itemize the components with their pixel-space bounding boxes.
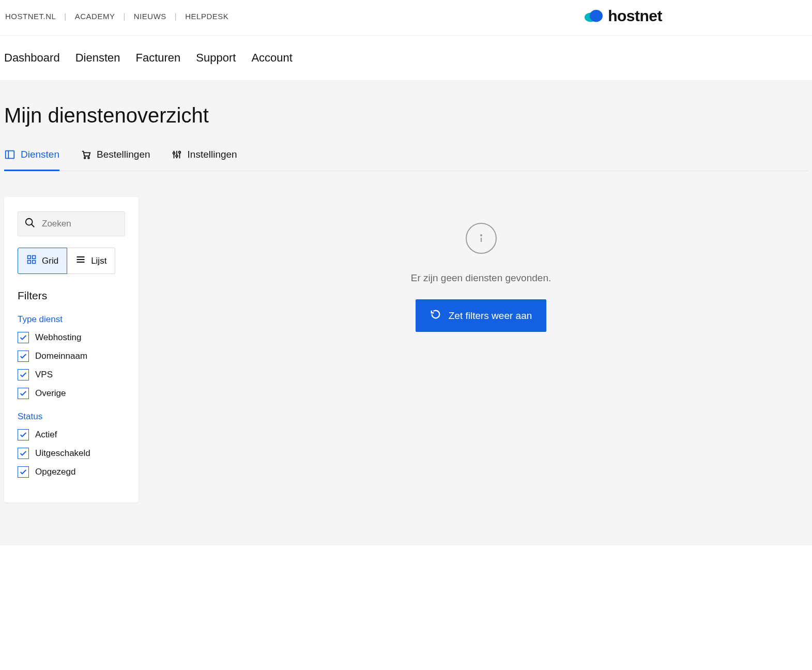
top-link-hostnet[interactable]: HOSTNET.NL (5, 12, 56, 21)
top-link-helpdesk[interactable]: HELPDESK (185, 12, 228, 21)
list-icon (75, 254, 86, 267)
checkbox-checked-icon[interactable] (18, 369, 29, 380)
cart-icon (80, 149, 91, 160)
svg-line-13 (32, 224, 35, 227)
tab-label: Instellingen (188, 149, 237, 160)
filter-actief[interactable]: Actief (18, 429, 125, 440)
filters-heading: Filters (18, 290, 125, 302)
svg-point-1 (590, 10, 603, 22)
reset-filters-label: Zet filters weer aan (449, 310, 532, 322)
top-utility-bar: HOSTNET.NL | ACADEMY | NIEUWS | HELPDESK… (0, 0, 812, 36)
cloud-logo-icon (584, 8, 603, 24)
svg-rect-14 (28, 256, 31, 259)
search-box[interactable] (18, 211, 125, 236)
grid-icon (26, 254, 37, 267)
svg-point-21 (481, 235, 482, 236)
filter-label: Uitgeschakeld (35, 448, 90, 459)
empty-message: Er zijn geen diensten gevonden. (411, 272, 551, 284)
checkbox-checked-icon[interactable] (18, 351, 29, 362)
filter-vps[interactable]: VPS (18, 369, 125, 380)
top-links: HOSTNET.NL | ACADEMY | NIEUWS | HELPDESK (5, 12, 228, 21)
svg-rect-16 (28, 261, 31, 264)
tab-diensten[interactable]: Diensten (4, 143, 59, 171)
filter-group-status: Status Actief Uitgeschakeld Opgezegd (18, 412, 125, 478)
empty-state: Er zijn geen diensten gevonden. Zet filt… (154, 197, 808, 332)
checkbox-checked-icon[interactable] (18, 332, 29, 343)
nav-diensten[interactable]: Diensten (75, 51, 120, 65)
sliders-icon (171, 149, 182, 160)
filter-label: VPS (35, 370, 53, 380)
page-body: Mijn dienstenoverzicht Diensten Bestelli… (0, 80, 812, 545)
svg-point-5 (88, 157, 89, 159)
page-title: Mijn dienstenoverzicht (4, 80, 808, 143)
svg-point-11 (178, 151, 180, 154)
search-icon (24, 217, 36, 231)
search-input[interactable] (42, 219, 118, 229)
filter-label: Opgezegd (35, 467, 75, 477)
svg-point-12 (26, 219, 33, 225)
svg-rect-15 (33, 256, 36, 259)
reset-filters-button[interactable]: Zet filters weer aan (416, 299, 547, 332)
brand-logo[interactable]: hostnet (584, 7, 662, 25)
separator: | (64, 12, 66, 21)
tab-label: Diensten (21, 149, 59, 160)
tab-bestellingen[interactable]: Bestellingen (80, 143, 150, 171)
info-icon (466, 223, 497, 254)
filter-overige[interactable]: Overige (18, 388, 125, 399)
filter-label: Overige (35, 388, 66, 399)
top-link-academy[interactable]: ACADEMY (75, 12, 115, 21)
filters-panel: Grid Lijst Filters Type dienst Webhostin… (4, 197, 139, 502)
checkbox-checked-icon[interactable] (18, 466, 29, 478)
filter-group-type-dienst: Type dienst Webhosting Domeinnaam VPS Ov… (18, 314, 125, 399)
top-link-nieuws[interactable]: NIEUWS (134, 12, 166, 21)
checkbox-checked-icon[interactable] (18, 448, 29, 459)
checkbox-checked-icon[interactable] (18, 388, 29, 399)
separator: | (123, 12, 125, 21)
filter-opgezegd[interactable]: Opgezegd (18, 466, 125, 478)
filter-label: Domeinnaam (35, 351, 87, 361)
primary-nav: Dashboard Diensten Facturen Support Acco… (0, 36, 812, 80)
tab-label: Bestellingen (97, 149, 150, 160)
nav-support[interactable]: Support (196, 51, 236, 65)
brand-text: hostnet (608, 7, 662, 25)
sidebar-panel-icon (4, 149, 16, 160)
filter-uitgeschakeld[interactable]: Uitgeschakeld (18, 448, 125, 459)
tabs: Diensten Bestellingen Instellingen (4, 143, 808, 171)
view-grid-label: Grid (42, 256, 58, 266)
filter-label: Actief (35, 430, 57, 440)
checkbox-checked-icon[interactable] (18, 429, 29, 440)
undo-icon (430, 309, 441, 323)
svg-rect-17 (33, 261, 36, 264)
svg-rect-2 (6, 151, 14, 159)
svg-point-10 (176, 155, 178, 157)
svg-point-9 (173, 152, 175, 154)
tab-instellingen[interactable]: Instellingen (171, 143, 237, 171)
view-list-button[interactable]: Lijst (67, 248, 115, 274)
view-grid-button[interactable]: Grid (18, 248, 67, 274)
filter-webhosting[interactable]: Webhosting (18, 332, 125, 343)
content-row: Grid Lijst Filters Type dienst Webhostin… (4, 197, 808, 502)
nav-dashboard[interactable]: Dashboard (4, 51, 60, 65)
nav-facturen[interactable]: Facturen (135, 51, 180, 65)
filter-domeinnaam[interactable]: Domeinnaam (18, 351, 125, 362)
nav-account[interactable]: Account (251, 51, 293, 65)
svg-point-4 (84, 157, 86, 159)
view-list-label: Lijst (91, 256, 106, 266)
view-toggle: Grid Lijst (18, 248, 125, 274)
separator: | (175, 12, 177, 21)
filter-label: Webhosting (35, 332, 81, 343)
filter-group-title-type[interactable]: Type dienst (18, 314, 125, 325)
filter-group-title-status[interactable]: Status (18, 412, 125, 422)
